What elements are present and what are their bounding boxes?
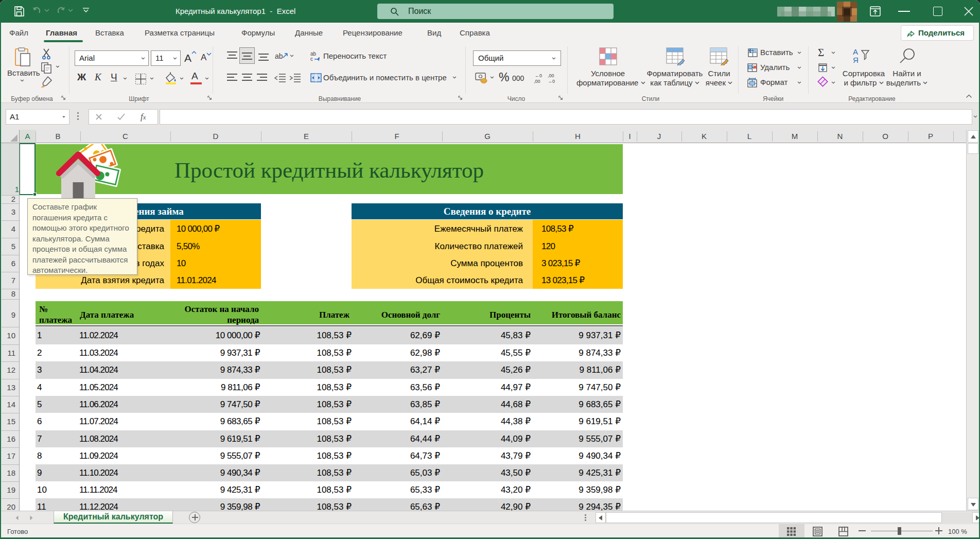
svg-text:←0: ←0 [535, 73, 542, 78]
svg-text:c: c [310, 56, 313, 62]
svg-text:А: А [853, 47, 858, 56]
svg-text:Я: Я [853, 56, 859, 64]
svg-text:→0: →0 [548, 79, 555, 84]
svg-text:ab: ab [275, 52, 283, 60]
svg-text:,00: ,00 [548, 73, 554, 78]
svg-text:,00: ,00 [534, 79, 540, 84]
